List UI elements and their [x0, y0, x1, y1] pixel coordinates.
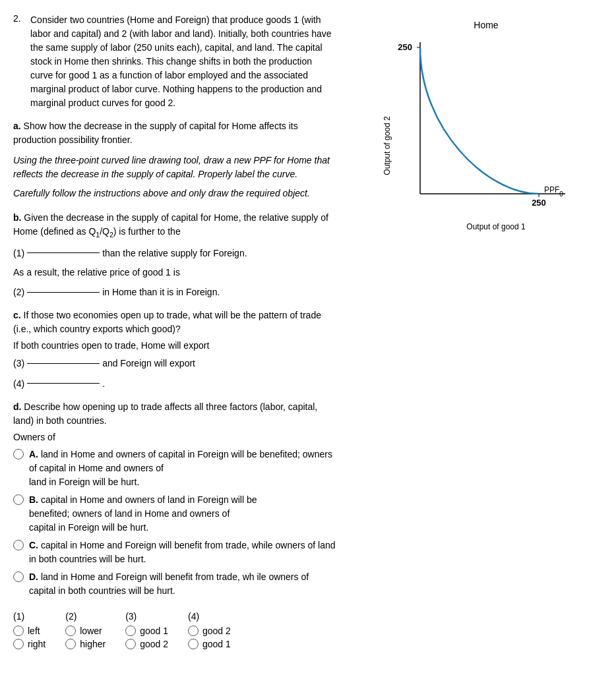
ppf0-curve: [420, 47, 539, 194]
option-c-group[interactable]: C. capital in Home and Foreign will bene…: [13, 539, 336, 566]
blank4: [27, 383, 100, 384]
answer-item-good2-b[interactable]: good 2: [188, 626, 231, 636]
label-good1-b: good 1: [202, 639, 231, 649]
answer-row: (1) left right (2) lower: [13, 611, 336, 649]
answer-item-right[interactable]: right: [13, 639, 46, 649]
radio-good1[interactable]: [125, 626, 136, 636]
question-number: 2.: [13, 13, 25, 110]
radio-good1-b[interactable]: [188, 639, 199, 649]
label-left: left: [28, 626, 40, 636]
radio-right[interactable]: [13, 639, 24, 649]
part-a-instruction2: Carefully follow the instructions above …: [13, 187, 336, 200]
chart-svg-container: 250 250 PPF0 Output of good 1: [394, 36, 572, 231]
part-d-text: Describe how opening up to trade affects…: [13, 401, 317, 426]
radio-left[interactable]: [13, 626, 24, 636]
answer-item-good1[interactable]: good 1: [125, 626, 168, 636]
x-value-label: 250: [532, 198, 546, 208]
part-a-label: a.: [13, 121, 21, 131]
part-c-text: If those two economies open up to trade,…: [13, 310, 321, 334]
option-b-radio[interactable]: [13, 494, 24, 505]
right-column: Home Output of good 2 250: [350, 13, 603, 649]
blank1-label: (1): [13, 246, 24, 260]
blank2-line: (2) in Home than it is in Foreign.: [13, 285, 336, 299]
main-container: 2. Consider two countries (Home and Fore…: [13, 13, 603, 649]
answer-item-good1-b[interactable]: good 1: [188, 639, 231, 649]
label-right: right: [28, 639, 46, 649]
option-b-text: B. capital in Home and owners of land in…: [29, 493, 257, 535]
blank3: [27, 363, 100, 364]
radio-higher[interactable]: [65, 639, 76, 649]
option-a-group[interactable]: A. land in Home and owners of capital in…: [13, 448, 336, 489]
answer-group-3: (3) good 1 good 2: [125, 611, 168, 649]
part-d-intro: Owners of: [13, 432, 336, 442]
option-c-radio[interactable]: [13, 540, 24, 550]
blank4-label: (4): [13, 376, 24, 391]
question-main-text: Consider two countries (Home and Foreign…: [30, 13, 336, 110]
blank3-line: (3) and Foreign will export: [13, 356, 336, 370]
answer-item-lower[interactable]: lower: [65, 626, 106, 636]
part-b: b. Given the decrease in the supply of c…: [13, 211, 336, 241]
answer-item-higher[interactable]: higher: [65, 639, 106, 649]
answer-item-good2[interactable]: good 2: [125, 639, 168, 649]
blank2-after: in Home than it is in Foreign.: [102, 285, 220, 299]
chart-title: Home: [474, 20, 498, 30]
blank4-line: (4) .: [13, 376, 336, 391]
part-c-intro: If both countries open to trade, Home wi…: [13, 340, 336, 351]
chart-wrapper: Output of good 2 250 250: [381, 36, 572, 231]
option-c-text: C. capital in Home and Foreign will bene…: [29, 539, 336, 566]
option-a-text: A. land in Home and owners of capital in…: [29, 448, 336, 489]
y-axis-label-container: Output of good 2: [381, 60, 394, 231]
option-a-radio[interactable]: [13, 449, 24, 459]
label-higher: higher: [80, 639, 106, 649]
label-good2-b: good 2: [202, 626, 231, 636]
group1-number: (1): [13, 611, 46, 622]
option-d-group[interactable]: D. land in Home and Foreign will benefit…: [13, 570, 336, 598]
part-d-label: d.: [13, 401, 21, 412]
radio-good2-b[interactable]: [188, 626, 199, 636]
part-b-label: b.: [13, 212, 21, 223]
part-d: d. Describe how opening up to trade affe…: [13, 400, 336, 428]
answer-group-4: (4) good 2 good 1: [188, 611, 231, 649]
y-value-label: 250: [398, 42, 412, 52]
part-c-label: c.: [13, 310, 21, 320]
blank1-line: (1) than the relative supply for Foreign…: [13, 246, 336, 260]
x-axis-label: Output of good 1: [420, 222, 572, 231]
option-d-radio[interactable]: [13, 572, 24, 582]
label-good1: good 1: [140, 626, 168, 636]
blank2: [27, 292, 100, 293]
part-a-text: Show how the decrease in the supply of c…: [13, 121, 298, 145]
part-a-instruction1: Using the three-point curved line drawin…: [13, 154, 336, 181]
answer-group-2: (2) lower higher: [65, 611, 106, 649]
radio-lower[interactable]: [65, 626, 76, 636]
label-lower: lower: [80, 626, 102, 636]
group2-number: (2): [65, 611, 106, 622]
blank2-label: (2): [13, 285, 24, 299]
part-b-text: Given the decrease in the supply of capi…: [13, 212, 328, 237]
group3-number: (3): [125, 611, 168, 622]
group4-number: (4): [188, 611, 231, 622]
part-c: c. If those two economies open up to tra…: [13, 308, 336, 336]
radio-good2[interactable]: [125, 639, 136, 649]
ppf0-label: PPF0: [544, 185, 563, 198]
result-label: As a result, the relative price of good …: [13, 267, 180, 278]
label-good2: good 2: [140, 639, 168, 649]
result-text: As a result, the relative price of good …: [13, 266, 336, 279]
left-column: 2. Consider two countries (Home and Fore…: [13, 13, 336, 649]
question-header: 2. Consider two countries (Home and Fore…: [13, 13, 336, 110]
part-a: a. Show how the decrease in the supply o…: [13, 119, 336, 147]
answer-item-left[interactable]: left: [13, 626, 46, 636]
ppf-chart: 250 250 PPF0: [394, 36, 572, 220]
y-axis-label: Output of good 2: [383, 116, 392, 175]
blank3-label: (3): [13, 356, 24, 370]
blank3-after: and Foreign will export: [102, 356, 195, 370]
option-b-group[interactable]: B. capital in Home and owners of land in…: [13, 493, 336, 535]
answer-group-1: (1) left right: [13, 611, 46, 649]
blank1-after: than the relative supply for Foreign.: [102, 246, 247, 260]
option-d-text: D. land in Home and Foreign will benefit…: [29, 570, 336, 598]
blank4-after: .: [102, 376, 105, 391]
blank1: [27, 252, 100, 253]
